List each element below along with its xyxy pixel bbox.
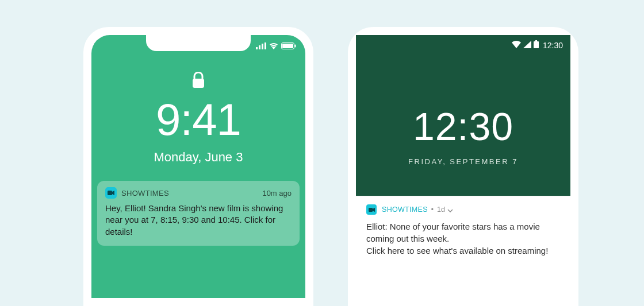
lock-icon xyxy=(192,72,205,91)
svg-rect-2 xyxy=(262,44,263,49)
svg-rect-1 xyxy=(259,45,260,49)
ios-date: Monday, June 3 xyxy=(91,150,305,165)
svg-rect-0 xyxy=(256,47,258,49)
notification-app-name: SHOWTIMES xyxy=(121,189,262,197)
android-status-bar: 12:30 xyxy=(512,40,563,51)
notification-header: SHOWTIMES • 1d xyxy=(366,204,560,215)
battery-icon xyxy=(534,40,539,51)
wifi-icon xyxy=(512,40,521,51)
chevron-down-icon[interactable] xyxy=(447,204,453,215)
notification-timestamp: 1d xyxy=(437,206,445,214)
svg-rect-8 xyxy=(108,191,112,195)
svg-rect-9 xyxy=(535,40,537,41)
notification-body: Hey, Elliot! Sandra Singh's new film is … xyxy=(105,203,292,238)
separator-dot: • xyxy=(431,206,434,214)
signal-icon xyxy=(523,40,531,51)
android-clock: 12:30 xyxy=(356,104,570,149)
svg-rect-11 xyxy=(369,208,373,212)
svg-rect-5 xyxy=(282,44,293,48)
ios-clock: 9:41 xyxy=(91,94,305,146)
svg-rect-7 xyxy=(193,79,204,88)
showtimes-app-icon xyxy=(105,187,117,199)
ios-notification[interactable]: SHOWTIMES 10m ago Hey, Elliot! Sandra Si… xyxy=(97,181,300,246)
wifi-icon xyxy=(269,41,278,52)
svg-rect-3 xyxy=(264,42,266,49)
showtimes-app-icon xyxy=(366,204,377,215)
status-bar-time: 12:30 xyxy=(543,41,563,50)
android-phone-mockup: 12:30 12:30 FRIDAY, SEPTEMBER 7 SHOWTIME… xyxy=(348,27,578,306)
signal-icon xyxy=(256,41,266,52)
notification-app-name: SHOWTIMES xyxy=(382,206,428,214)
notification-header: SHOWTIMES 10m ago xyxy=(105,187,292,199)
svg-rect-6 xyxy=(295,45,296,48)
ios-notch xyxy=(146,35,251,51)
ios-lock-screen: 9:41 Monday, June 3 SHOWTIMES 10m ago He… xyxy=(91,35,305,298)
ios-phone-mockup: 9:41 Monday, June 3 SHOWTIMES 10m ago He… xyxy=(83,27,313,306)
ios-status-bar xyxy=(256,41,296,52)
svg-rect-10 xyxy=(534,41,539,48)
android-notification[interactable]: SHOWTIMES • 1d Elliot: None of your favo… xyxy=(356,196,570,266)
android-lock-screen: 12:30 12:30 FRIDAY, SEPTEMBER 7 SHOWTIME… xyxy=(356,35,570,298)
battery-icon xyxy=(281,41,296,52)
android-date: FRIDAY, SEPTEMBER 7 xyxy=(356,157,570,166)
notification-timestamp: 10m ago xyxy=(262,189,292,197)
notification-body: Elliot: None of your favorite stars has … xyxy=(366,220,560,257)
